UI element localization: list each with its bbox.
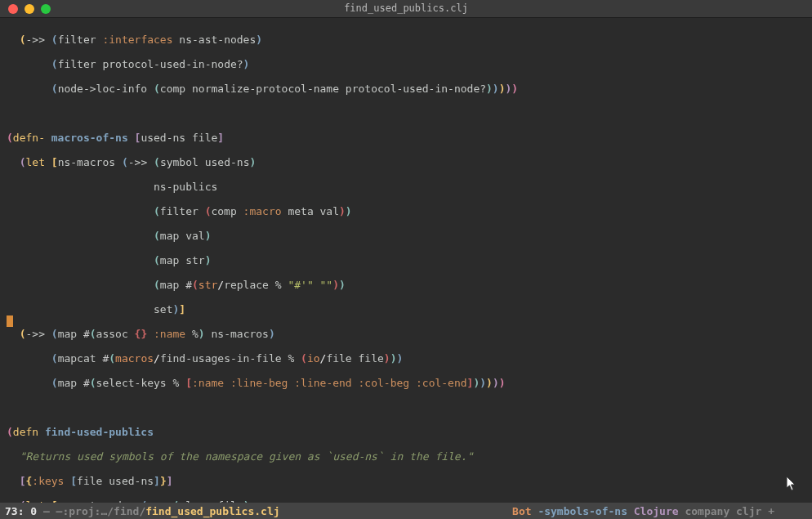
traffic-lights: [0, 4, 51, 14]
statusbar: 73: 0 – –:proj:…/find/find_used_publics.…: [0, 503, 812, 519]
code-line: (let [ns-macros (->> (symbol used-ns): [7, 156, 812, 168]
editor-area[interactable]: (->> (filter :interfaces ns-ast-nodes) (…: [0, 18, 812, 503]
code-line: (map #(select-keys % [:name :line-beg :l…: [7, 377, 812, 389]
code-line: "Returns used symbols of the namespace g…: [7, 450, 812, 463]
code-line: [7, 401, 812, 414]
code-line: (map val): [7, 230, 812, 242]
minimize-icon[interactable]: [25, 4, 34, 14]
code-line: ns-publics: [7, 181, 812, 193]
zoom-icon[interactable]: [41, 4, 51, 14]
window-title: find_used_publics.clj: [0, 2, 812, 15]
code-line: [7, 107, 812, 119]
code-line: (->> (map #(assoc {} :name %) ns-macros): [7, 328, 812, 340]
code-line: set)]: [7, 303, 812, 315]
code-line: (mapcat #(macros/find-usages-in-file % (…: [7, 352, 812, 365]
cursor: [7, 315, 13, 327]
statusbar-mode: Bot -symbols-of-ns Clojure company cljr …: [512, 505, 807, 517]
code-line: (defn- macros-of-ns [used-ns file]: [7, 132, 812, 144]
code-line: (defn find-used-publics: [7, 426, 812, 438]
code-line: (node->loc-info (comp normalize-protocol…: [7, 83, 812, 95]
code-line: (filter (comp :macro meta val)): [7, 205, 812, 217]
close-icon[interactable]: [8, 4, 18, 14]
code-line: (map str): [7, 254, 812, 266]
code-line: (->> (filter :interfaces ns-ast-nodes): [7, 34, 812, 46]
code-line: (filter protocol-used-in-node?): [7, 58, 812, 70]
statusbar-position: 73: 0 – –:proj:…/find/find_used_publics.…: [5, 505, 280, 517]
titlebar: find_used_publics.clj: [0, 0, 812, 18]
code-line: [{:keys [file used-ns]}]: [7, 475, 812, 487]
code-line: (map #(str/replace % "#'" "")): [7, 279, 812, 291]
